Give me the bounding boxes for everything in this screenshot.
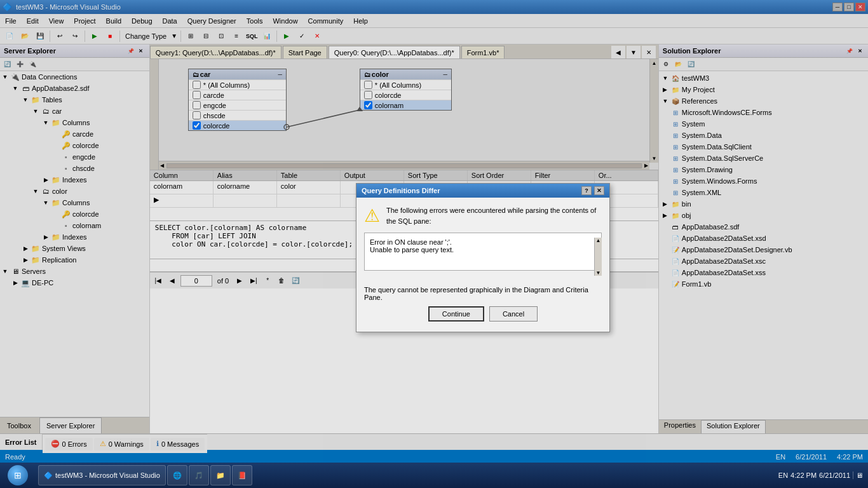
sol-toggle-obj[interactable]: ▶ — [660, 212, 670, 219]
menu-help[interactable]: Help — [348, 14, 373, 27]
nav-last[interactable]: ▶| — [248, 275, 259, 287]
menu-window[interactable]: Window — [268, 14, 302, 27]
menu-query-designer[interactable]: Query Designer — [182, 14, 241, 27]
diagram-scroll-left[interactable]: ◀ — [159, 163, 165, 168]
tab-close-active[interactable]: ✕ — [642, 46, 656, 58]
menu-view[interactable]: View — [44, 14, 69, 27]
sol-system-data[interactable]: ⊞ System.Data — [660, 130, 867, 141]
tree-columns-car[interactable]: ▼ 📁 Columns — [0, 117, 149, 128]
toolbar-add-table[interactable]: ⊞ — [184, 30, 198, 43]
sol-appdataset-designer[interactable]: 📝 AppDatabase2DataSet.Designer.vb — [660, 244, 867, 255]
nav-first[interactable]: |◀ — [153, 275, 164, 287]
sol-obj[interactable]: ▶ 📁 obj — [660, 210, 867, 221]
color-row-all[interactable]: * (All Columns) — [360, 79, 451, 90]
sol-appdataset-xss[interactable]: 📄 AppDatabase2DataSet.xss — [660, 267, 867, 278]
tree-indexes-car[interactable]: ▶ 📁 Indexes — [0, 174, 149, 186]
menu-community[interactable]: Community — [303, 14, 349, 27]
criteria-cell-column[interactable]: colornam — [150, 181, 214, 194]
toolbar-run[interactable]: ▶ — [88, 30, 102, 43]
expand-columns-car[interactable]: ▼ — [41, 119, 51, 126]
sol-toggle-references[interactable]: ▼ — [660, 98, 670, 104]
sol-system-data-sqlclient[interactable]: ⊞ System.Data.SqlClient — [660, 141, 867, 152]
nav-refresh[interactable]: 🔄 — [290, 275, 301, 287]
toolbar-stop[interactable]: ■ — [103, 30, 117, 43]
change-type-dropdown[interactable]: ▼ — [170, 30, 178, 43]
criteria-cell2-alias[interactable] — [214, 194, 277, 207]
toolbar-sql[interactable]: SQL — [245, 30, 259, 43]
car-row-colorcde[interactable]: colorcde — [189, 120, 286, 130]
tree-tables[interactable]: ▼ 📁 Tables — [0, 94, 149, 105]
tree-system-views[interactable]: ▶ 📁 System Views — [0, 243, 149, 254]
tree-col-engcde[interactable]: ▪ engcde — [0, 151, 149, 163]
sol-form1-vb[interactable]: 📝 Form1.vb — [660, 278, 867, 290]
sol-toggle-testwm3[interactable]: ▼ — [660, 75, 670, 81]
sol-my-project[interactable]: ▶ 📁 My Project — [660, 84, 867, 95]
criteria-cell2-column[interactable]: ▶ — [150, 194, 214, 207]
menu-edit[interactable]: Edit — [22, 14, 44, 27]
close-btn[interactable]: ✕ — [855, 3, 865, 11]
car-check-colorcde[interactable] — [193, 121, 201, 130]
dialog-continue-btn[interactable]: Continue — [428, 306, 484, 322]
color-check-colornam[interactable] — [364, 101, 372, 109]
tree-replication[interactable]: ▶ 📁 Replication — [0, 254, 149, 266]
tree-col-carcde[interactable]: 🔑 carcde — [0, 128, 149, 140]
tab-scroll-left[interactable]: ◀ — [611, 46, 625, 58]
menu-build[interactable]: Build — [101, 14, 126, 27]
sol-appdatabase-sdf[interactable]: 🗃 AppDatabase2.sdf — [660, 221, 867, 233]
sol-appdataset-xsc[interactable]: 📄 AppDatabase2DataSet.xsc — [660, 255, 867, 267]
color-row-colorcde[interactable]: colorcde — [360, 90, 451, 100]
toolbar-undo[interactable]: ↩ — [53, 30, 67, 43]
taskbar-media[interactable]: 🎵 — [189, 465, 209, 485]
tree-color[interactable]: ▼ 🗂 color — [0, 186, 149, 197]
nav-add[interactable]: * — [262, 275, 273, 287]
toolbar-results[interactable]: 📊 — [260, 30, 274, 43]
dialog-close-btn[interactable]: ✕ — [594, 186, 604, 195]
toolbar-execute[interactable]: ▶ — [280, 30, 294, 43]
sol-toggle-my-project[interactable]: ▶ — [660, 86, 670, 93]
errors-btn[interactable]: ⛔ 0 Errors — [45, 438, 93, 451]
err-scroll-down[interactable]: ▼ — [596, 270, 601, 276]
menu-debug[interactable]: Debug — [126, 14, 157, 27]
car-row-engcde[interactable]: engcde — [189, 100, 286, 110]
toolbar-diagram[interactable]: ⊡ — [214, 30, 228, 43]
tree-col-colorcde[interactable]: 🔑 colorcde — [0, 140, 149, 151]
sol-testwm3[interactable]: ▼ 🏠 testWM3 — [660, 72, 867, 84]
se-close-btn[interactable]: ✕ — [855, 46, 864, 55]
tree-appdatabase2[interactable]: ▼ 🗃 AppDatabase2.sdf — [0, 83, 149, 94]
diagram-scroll-right-btn[interactable]: ▶ — [643, 163, 649, 168]
car-check-engcde[interactable] — [193, 101, 201, 109]
sol-system-windows-forms[interactable]: ⊞ System.Windows.Forms — [660, 175, 867, 187]
tree-data-connections[interactable]: ▼ 🔌 Data Connections — [0, 71, 149, 83]
car-table-header[interactable]: 🗂 car ─ — [189, 69, 286, 79]
color-check-colorcde[interactable] — [364, 91, 372, 99]
tab-dropdown[interactable]: ▼ — [627, 46, 641, 58]
menu-project[interactable]: Project — [69, 14, 100, 27]
expand-replication[interactable]: ▶ — [20, 257, 31, 263]
car-check-all[interactable] — [193, 81, 201, 89]
criteria-cell-table[interactable]: color — [277, 181, 341, 194]
expand-indexes-car[interactable]: ▶ — [41, 177, 51, 183]
sol-system-data-sqlserverce[interactable]: ⊞ System.Data.SqlServerCe — [660, 152, 867, 164]
expand-de-pc[interactable]: ▶ — [10, 280, 20, 286]
tree-indexes-color[interactable]: ▶ 📁 Indexes — [0, 231, 149, 243]
expand-data-connections[interactable]: ▼ — [0, 74, 10, 80]
car-check-chscde[interactable] — [193, 111, 201, 119]
se-add[interactable]: ➕ — [14, 59, 25, 69]
taskbar-ie[interactable]: 🌐 — [167, 465, 187, 485]
sol-appdataset-xsd[interactable]: 📄 AppDatabase2DataSet.xsd — [660, 233, 867, 244]
menu-data[interactable]: Data — [158, 14, 182, 27]
taskbar-explorer[interactable]: 📁 — [210, 465, 231, 485]
tab-query1[interactable]: Query1: Query(D:\...\AppDatabas...df)* — [150, 46, 281, 58]
expand-system-views[interactable]: ▶ — [20, 245, 31, 252]
color-row-colornam[interactable]: colornam — [360, 100, 451, 110]
taskbar-show-desktop[interactable]: 🖥 — [853, 471, 863, 479]
warnings-btn[interactable]: ⚠ 0 Warnings — [94, 438, 149, 451]
maximize-btn[interactable]: □ — [844, 3, 854, 11]
expand-color[interactable]: ▼ — [31, 188, 41, 194]
diagram-hscroll[interactable]: ◀ ▶ — [159, 161, 649, 170]
sol-references[interactable]: ▼ 📦 References — [660, 95, 867, 107]
toolbar-remove-table[interactable]: ⊟ — [199, 30, 213, 43]
err-scroll-up[interactable]: ▲ — [596, 238, 601, 243]
diagram-vscroll-left[interactable] — [150, 59, 159, 170]
expand-indexes-color[interactable]: ▶ — [41, 234, 51, 240]
